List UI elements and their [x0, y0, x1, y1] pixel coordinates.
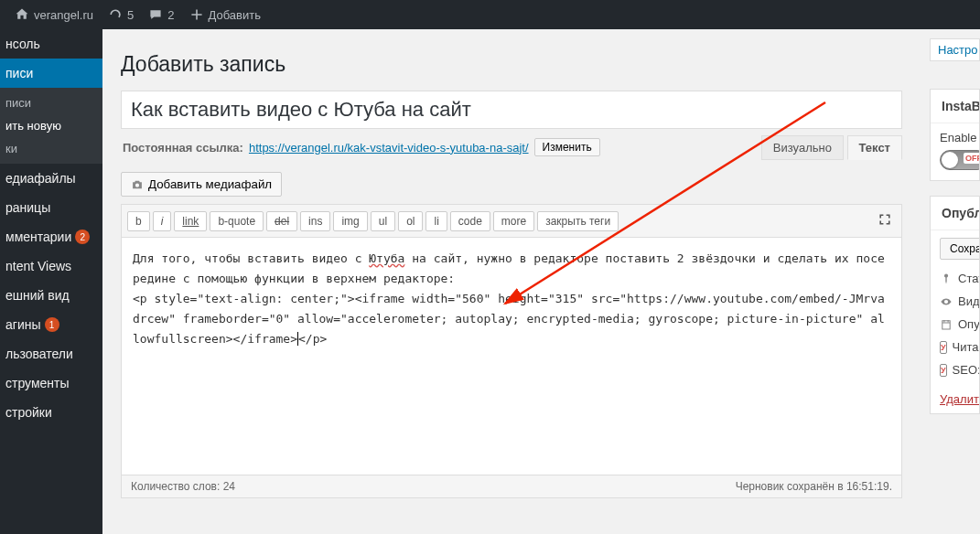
menu-comments[interactable]: мментарии2	[0, 222, 102, 251]
menu-content-views[interactable]: ntent Views	[0, 251, 102, 281]
tab-text[interactable]: Текст	[847, 135, 902, 160]
qt-ul[interactable]: ul	[371, 211, 395, 231]
qt-link[interactable]: link	[174, 211, 207, 231]
edit-permalink-button[interactable]: Изменить	[534, 138, 600, 156]
menu-media[interactable]: едиафайлы	[0, 164, 102, 193]
permalink-url[interactable]: https://verangel.ru/kak-vstavit-video-s-…	[249, 141, 529, 155]
site-name: verangel.ru	[34, 8, 93, 22]
editor-tabs: Визуально Текст	[761, 135, 902, 160]
qt-ins[interactable]: ins	[300, 211, 330, 231]
instabuilder-toggle[interactable]: OFF	[940, 150, 979, 170]
submenu-all-posts[interactable]: писи	[0, 91, 102, 114]
qt-li[interactable]: li	[425, 211, 447, 231]
toggle-off-label: OFF	[964, 153, 979, 164]
plus-icon	[189, 7, 204, 22]
toggle-knob	[942, 152, 958, 168]
menu-tools[interactable]: струменты	[0, 368, 102, 398]
right-sidebar: Настро InstaBuild Enable Ins OFF Опублик…	[921, 29, 980, 534]
menu-users[interactable]: льзователи	[0, 339, 102, 368]
qt-more[interactable]: more	[493, 211, 534, 231]
title-wrap	[121, 91, 902, 129]
submenu-tags[interactable]: ки	[0, 137, 102, 160]
calendar-icon	[940, 318, 953, 331]
comments-badge: 2	[75, 230, 90, 244]
post-title-input[interactable]	[131, 94, 892, 125]
menu-posts[interactable]: писи	[0, 59, 102, 88]
main-content: Добавить запись Постоянная ссылка: https…	[102, 29, 921, 534]
submenu-add-new[interactable]: ить новую	[0, 114, 102, 137]
eye-icon	[940, 295, 953, 308]
quicktags-toolbar: b i link b-quote del ins img ul ol li co…	[121, 204, 902, 238]
admin-topbar: verangel.ru 5 2 Добавить	[0, 0, 980, 29]
plugins-badge: 1	[45, 317, 59, 332]
comments-count: 2	[167, 8, 174, 22]
publish-title: Опублико	[931, 197, 979, 230]
post-content-editor[interactable]: Для того, чтобы вставить видео с Ютуба н…	[121, 238, 902, 475]
word-count: Количество слов: 24	[131, 480, 235, 493]
delete-link[interactable]: Удалить	[940, 392, 979, 406]
menu-appearance[interactable]: ешний вид	[0, 281, 102, 310]
draft-saved: Черновик сохранён в 16:51:19.	[736, 480, 892, 493]
instabuilder-title: InstaBuild	[931, 90, 979, 123]
readability-icon: У	[940, 341, 947, 354]
home-icon	[15, 7, 29, 22]
instabuilder-box: InstaBuild Enable Ins OFF	[930, 89, 980, 181]
pin-icon	[940, 272, 953, 285]
enable-label: Enable Ins	[940, 131, 970, 144]
menu-plugins[interactable]: агины1	[0, 310, 102, 339]
menu-dashboard[interactable]: нсоль	[0, 29, 102, 59]
screen-options[interactable]: Настро	[930, 38, 980, 61]
submenu-posts: писи ить новую ки	[0, 88, 102, 164]
save-draft-button[interactable]: Сохранит	[940, 238, 979, 260]
add-label: Добавить	[209, 8, 261, 22]
tab-visual[interactable]: Визуально	[761, 135, 844, 160]
menu-pages[interactable]: раницы	[0, 193, 102, 222]
qt-img[interactable]: img	[333, 211, 367, 231]
qt-del[interactable]: del	[266, 211, 297, 231]
seo-icon: У	[940, 364, 947, 377]
update-icon	[108, 7, 123, 22]
qt-code[interactable]: code	[450, 211, 490, 231]
updates-count: 5	[127, 8, 134, 22]
qt-bquote[interactable]: b-quote	[210, 211, 264, 231]
publish-box: Опублико Сохранит Статус Видим Опубл УЧи…	[930, 196, 980, 414]
admin-sidebar: нсоль писи писи ить новую ки едиафайлы р…	[0, 29, 102, 534]
qt-i[interactable]: i	[153, 211, 172, 231]
fullscreen-icon	[878, 212, 892, 227]
page-heading: Добавить запись	[121, 52, 902, 77]
menu-settings[interactable]: стройки	[0, 398, 102, 427]
site-link[interactable]: verangel.ru	[7, 7, 101, 22]
add-media-button[interactable]: Добавить медиафайл	[121, 172, 282, 197]
qt-ol[interactable]: ol	[398, 211, 423, 231]
comment-icon	[148, 7, 163, 22]
qt-b[interactable]: b	[127, 211, 150, 231]
comments-link[interactable]: 2	[141, 7, 181, 22]
camera-icon	[131, 178, 144, 191]
updates-link[interactable]: 5	[101, 7, 141, 22]
qt-close[interactable]: закрыть теги	[537, 211, 619, 231]
permalink-label: Постоянная ссылка:	[123, 141, 243, 155]
editor-statusbar: Количество слов: 24 Черновик сохранён в …	[121, 475, 902, 498]
fullscreen-button[interactable]	[874, 208, 896, 233]
add-new-link[interactable]: Добавить	[182, 7, 268, 22]
